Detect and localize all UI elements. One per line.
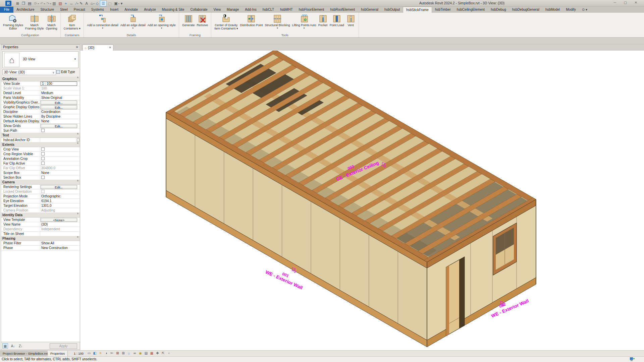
drawing-area[interactable]: 003 CE - Exterior Ceiling 001 WE - Exter…	[80, 51, 644, 350]
chevron-down-icon[interactable]: ▼	[74, 58, 76, 61]
property-value[interactable]	[40, 147, 80, 152]
ribbon-tab-hsbgeneral[interactable]: hsbGeneral	[358, 7, 381, 13]
save-icon[interactable]: ▤	[26, 0, 33, 6]
ribbon-tab-manage[interactable]: Manage	[224, 7, 242, 13]
visual-style-icon[interactable]: ◧	[92, 350, 98, 356]
text-icon[interactable]: A	[84, 0, 89, 6]
instance-selector[interactable]: 3D View: {3D} ∨	[2, 69, 56, 75]
view-template-button[interactable]: <None>	[41, 218, 77, 222]
section-header-text[interactable]: Text«	[1, 133, 80, 138]
property-value[interactable]: Adjusting	[40, 208, 80, 213]
thin-lines-icon[interactable]: ☰	[100, 0, 107, 6]
ribbon-tab-hsbclt[interactable]: hsbCLT	[260, 7, 277, 13]
ribbon-tab-hsbmht[interactable]: hsbMHT	[277, 7, 296, 13]
aligned-dimension-icon[interactable]: ↔	[68, 0, 74, 6]
print-icon[interactable]: ▥	[51, 0, 57, 6]
property-value[interactable]	[40, 152, 80, 156]
status-tray-icon[interactable]	[630, 357, 635, 361]
property-value[interactable]: 100	[40, 86, 80, 90]
project-browser-tab[interactable]: Project Browser - SimpleBox.rvt	[0, 351, 51, 357]
section-header-graphics[interactable]: Graphics«	[1, 77, 80, 81]
property-value[interactable]: Show All	[40, 241, 80, 245]
ribbon-tab-hsboutput[interactable]: hsbOutput	[381, 7, 403, 13]
match-framing-style-button[interactable]: MatchFraming Style	[25, 14, 44, 30]
ribbon-tab-hsbfloorelement[interactable]: hsbFloorElement	[296, 7, 327, 13]
property-value[interactable]: Show Original	[40, 96, 80, 100]
close-icon[interactable]: ✕	[76, 45, 78, 50]
property-value[interactable]: Edit...	[40, 100, 80, 105]
vent-button[interactable]: Vent	[346, 14, 356, 27]
match-opening-button[interactable]: MatchOpening	[46, 14, 57, 30]
sort-asc-icon[interactable]: A↓	[10, 343, 16, 349]
section-header-camera[interactable]: Camera«	[1, 180, 80, 185]
property-value[interactable]	[40, 232, 80, 236]
property-value[interactable]	[40, 161, 80, 166]
add-opening-style-button[interactable]: Add an opening style▼	[148, 14, 176, 29]
constraints-icon[interactable]: ✥	[155, 350, 160, 356]
property-value[interactable]: 6194.1	[40, 199, 80, 203]
sort-desc-icon[interactable]: Z↓	[18, 343, 23, 349]
app-grid-icon[interactable]: ⊞	[15, 0, 20, 6]
property-value[interactable]: Medium	[40, 91, 80, 95]
tab-file[interactable]: File	[0, 7, 13, 13]
ribbon-tab-annotate[interactable]: Annotate	[121, 7, 141, 13]
property-value[interactable]: Edit...	[40, 185, 80, 189]
edit-button[interactable]: Edit...	[41, 101, 77, 105]
edit-button[interactable]: Edit...	[41, 105, 77, 109]
detail-line-icon[interactable]: ✎	[78, 0, 84, 6]
checkbox[interactable]	[41, 157, 45, 160]
revit-logo-icon[interactable]: R	[5, 1, 11, 6]
ribbon-tab-hsbdebuggeneral[interactable]: hsbDebugGeneral	[509, 7, 542, 13]
show-crop-icon[interactable]: ⊞	[120, 350, 126, 356]
chevron-down-icon[interactable]: ▼	[276, 27, 278, 29]
point-load-button[interactable]: Point Load	[330, 14, 344, 27]
property-value[interactable]: New Construction	[40, 246, 80, 250]
temp-view-props-icon[interactable]: ▤	[143, 350, 149, 356]
filter-grid-icon[interactable]: ▦	[2, 343, 8, 349]
ribbon-tab-steel[interactable]: Steel	[57, 7, 71, 13]
distribution-point-button[interactable]: Distribution Point	[240, 14, 263, 27]
door-opening[interactable]	[446, 257, 465, 336]
property-value[interactable]: 1301.0	[40, 203, 80, 208]
property-value[interactable]	[40, 175, 80, 180]
ribbon-tab-architecture[interactable]: Architecture	[13, 7, 37, 13]
ribbon-tab-hsbroofelement[interactable]: hsbRoofElement	[327, 7, 358, 13]
perspective-icon[interactable]: ⌂	[126, 350, 132, 356]
chevron-down-icon[interactable]: ▼	[102, 27, 104, 29]
close-icon[interactable]: ✕	[109, 45, 111, 51]
property-value[interactable]	[40, 138, 80, 142]
type-thumbnail-button[interactable]: ⌂	[4, 53, 19, 67]
property-value[interactable]: Edit...	[40, 105, 80, 109]
ribbon-tab-insert[interactable]: Insert	[107, 7, 121, 13]
section-header-identity-data[interactable]: Identity Data«	[1, 213, 80, 218]
view-scale-button[interactable]: 1 : 100	[71, 352, 86, 355]
center-of-gravity-button[interactable]: Center of GravityItem Containers ▾	[214, 14, 238, 30]
collapse-icon[interactable]: «	[75, 236, 80, 241]
collapse-icon[interactable]: «	[75, 180, 80, 185]
temporary-hide-icon[interactable]: ∞	[132, 350, 138, 356]
property-value[interactable]: {3D}	[40, 222, 80, 227]
reveal-hidden-icon[interactable]: ◉	[138, 350, 143, 356]
property-value[interactable]: Independent	[40, 227, 80, 231]
chevron-down-icon[interactable]: ∨	[52, 70, 54, 75]
property-value[interactable]: By Discipline	[40, 114, 80, 119]
ribbon-tab-structure[interactable]: Structure	[37, 7, 57, 13]
window-buttons[interactable]: ─ ▢ ✕	[614, 1, 641, 4]
property-value[interactable]: Edit...	[40, 124, 80, 128]
edit-type-button[interactable]: Edit Type	[56, 69, 78, 75]
property-value[interactable]: None	[40, 119, 80, 123]
customize-qat-icon[interactable]: ▾	[119, 0, 124, 6]
browse-button[interactable]	[77, 138, 79, 142]
chevron-down-icon[interactable]: ▼	[132, 27, 134, 29]
checkbox[interactable]	[41, 129, 45, 132]
hide-crop-icon[interactable]: ⊠	[115, 350, 120, 356]
add-connection-detail-button[interactable]: Add a connection detail▼	[87, 14, 118, 29]
property-value[interactable]: Orthographic	[40, 194, 80, 198]
collapse-bar-icon[interactable]: ‹	[166, 350, 172, 356]
ribbon-tab-hsbtimber[interactable]: hsbTimber	[432, 7, 454, 13]
3d-model[interactable]: 003 CE - Exterior Ceiling 001 WE - Exter…	[80, 51, 644, 350]
ribbon-tab-view[interactable]: View	[211, 7, 224, 13]
edit-button[interactable]: Edit...	[41, 185, 77, 189]
add-edge-detail-button[interactable]: Add an edge detail▼	[120, 14, 146, 29]
ribbon-tab-hsbmodel[interactable]: hsbModel	[542, 7, 563, 13]
